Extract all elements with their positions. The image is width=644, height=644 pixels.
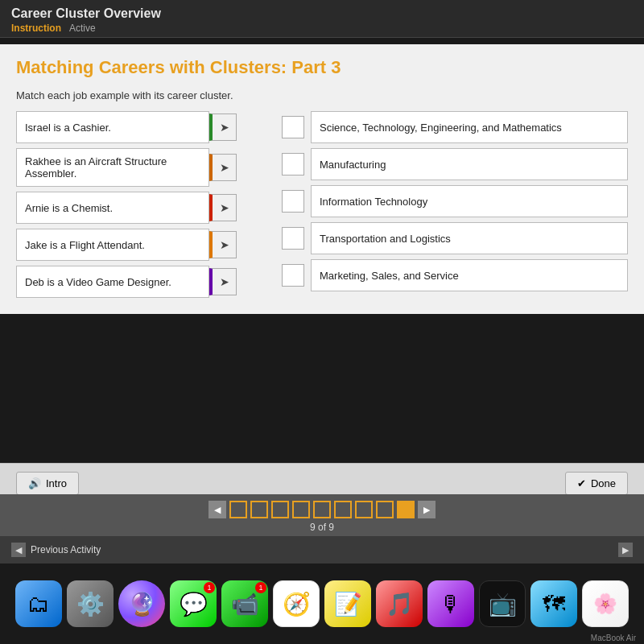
next-activity-arrow[interactable]: ▶ [618, 543, 633, 557]
job-label-3: Arnie is a Chemist. [16, 192, 209, 224]
page-square-3[interactable] [271, 501, 289, 518]
arrow-btn-1[interactable]: ➤ [209, 114, 237, 141]
prev-activity-label: ◀ Previous Activity [11, 543, 101, 557]
page-square-2[interactable] [250, 501, 268, 518]
title-bar: Career Cluster Overview Instruction Acti… [0, 0, 644, 38]
cluster-item-3: Information Technology [282, 185, 628, 217]
prev-activity-bar: ◀ Previous Activity ▶ [0, 536, 644, 564]
job-item-5: Deb is a Video Game Designer. ➤ [16, 266, 258, 298]
job-label-4: Jake is a Flight Attendant. [16, 229, 209, 261]
job-label-5: Deb is a Video Game Designer. [16, 266, 209, 298]
cluster-checkbox-2[interactable] [282, 153, 304, 175]
arrow-icon-2: ➤ [220, 161, 229, 174]
prev-activity-arrow[interactable]: ◀ [11, 543, 26, 557]
instruction-text: Match each job example with its career c… [16, 89, 628, 101]
cluster-checkbox-5[interactable] [282, 264, 304, 287]
cluster-label-5: Marketing, Sales, and Service [311, 259, 628, 291]
page-square-4[interactable] [292, 501, 310, 518]
speaker-icon: 🔊 [28, 477, 41, 489]
dock-facetime[interactable]: 📹 1 [221, 580, 268, 627]
dock-settings[interactable]: ⚙️ [67, 580, 114, 627]
jobs-column: Israel is a Cashier. ➤ Rakhee is an Airc… [16, 111, 258, 298]
cluster-label-4: Transportation and Logistics [311, 222, 628, 254]
dock: 🗂 ⚙️ 🔮 💬 1 📹 1 🧭 📝 🎵 🎙 📺 🗺 🌸 [0, 564, 644, 644]
arrow-btn-3[interactable]: ➤ [209, 194, 237, 221]
cluster-item-2: Manufacturing [282, 148, 628, 180]
dock-photos[interactable]: 🌸 [582, 580, 629, 627]
main-panel: Matching Careers with Clusters: Part 3 M… [0, 44, 644, 314]
intro-label: Intro [46, 477, 67, 489]
job-item-4: Jake is a Flight Attendant. ➤ [16, 229, 258, 261]
page-square-1[interactable] [229, 501, 247, 518]
arrow-btn-2[interactable]: ➤ [209, 154, 237, 181]
cluster-checkbox-1[interactable] [282, 116, 304, 138]
cluster-label-3: Information Technology [311, 185, 628, 217]
job-label-2: Rakhee is an Aircraft Structure Assemble… [16, 148, 209, 187]
page-square-5[interactable] [313, 501, 331, 518]
cluster-checkbox-3[interactable] [282, 190, 304, 213]
dock-appletv[interactable]: 📺 [479, 580, 526, 627]
messages-badge: 1 [204, 582, 215, 593]
dock-finder[interactable]: 🗂 [15, 580, 62, 627]
app-title: Career Cluster Overview [11, 6, 633, 21]
cluster-item-4: Transportation and Logistics [282, 222, 628, 254]
page-counter: 9 of 9 [310, 522, 334, 533]
dock-messages[interactable]: 💬 1 [170, 580, 217, 627]
prev-page-button[interactable]: ◀ [208, 501, 226, 518]
arrow-btn-5[interactable]: ➤ [209, 268, 237, 295]
dock-notes[interactable]: 📝 [324, 580, 371, 627]
facetime-badge: 1 [255, 582, 266, 593]
dock-music[interactable]: 🎵 [376, 580, 423, 627]
dock-podcasts[interactable]: 🎙 [427, 580, 474, 627]
dock-safari[interactable]: 🧭 [273, 580, 320, 627]
arrow-btn-4[interactable]: ➤ [209, 231, 237, 258]
clusters-column: Science, Technology, Engineering, and Ma… [282, 111, 628, 291]
pagination-bar: ◀ ▶ 9 of 9 [0, 494, 644, 539]
dock-maps[interactable]: 🗺 [530, 580, 577, 627]
page-square-6[interactable] [334, 501, 352, 518]
arrow-icon-4: ➤ [220, 238, 229, 251]
prev-activity-text: Previous Activity [31, 544, 101, 555]
next-page-button[interactable]: ▶ [418, 501, 436, 518]
arrow-icon-3: ➤ [220, 201, 229, 214]
cluster-item-5: Marketing, Sales, and Service [282, 259, 628, 291]
cluster-checkbox-4[interactable] [282, 227, 304, 250]
instruction-label: Instruction [11, 23, 61, 34]
job-item-1: Israel is a Cashier. ➤ [16, 111, 258, 143]
checkmark-icon: ✔ [577, 477, 586, 489]
pagination-controls: ◀ ▶ [208, 501, 436, 518]
page-square-9[interactable] [397, 501, 415, 518]
page-square-8[interactable] [376, 501, 394, 518]
matching-container: Israel is a Cashier. ➤ Rakhee is an Airc… [16, 111, 628, 298]
cluster-label-1: Science, Technology, Engineering, and Ma… [311, 111, 628, 143]
arrow-icon-1: ➤ [220, 121, 229, 134]
macbook-label: MacBook Air [591, 634, 636, 642]
page-title: Matching Careers with Clusters: Part 3 [16, 57, 628, 78]
job-label-1: Israel is a Cashier. [16, 111, 209, 143]
job-item-3: Arnie is a Chemist. ➤ [16, 192, 258, 224]
status-badge: Active [69, 23, 96, 34]
done-button[interactable]: ✔ Done [565, 472, 628, 495]
dock-siri[interactable]: 🔮 [118, 580, 165, 627]
done-label: Done [591, 477, 616, 489]
job-item-2: Rakhee is an Aircraft Structure Assemble… [16, 148, 258, 187]
cluster-label-2: Manufacturing [311, 148, 628, 180]
cluster-item-1: Science, Technology, Engineering, and Ma… [282, 111, 628, 143]
page-square-7[interactable] [355, 501, 373, 518]
arrow-icon-5: ➤ [220, 275, 229, 288]
intro-button[interactable]: 🔊 Intro [16, 472, 79, 495]
